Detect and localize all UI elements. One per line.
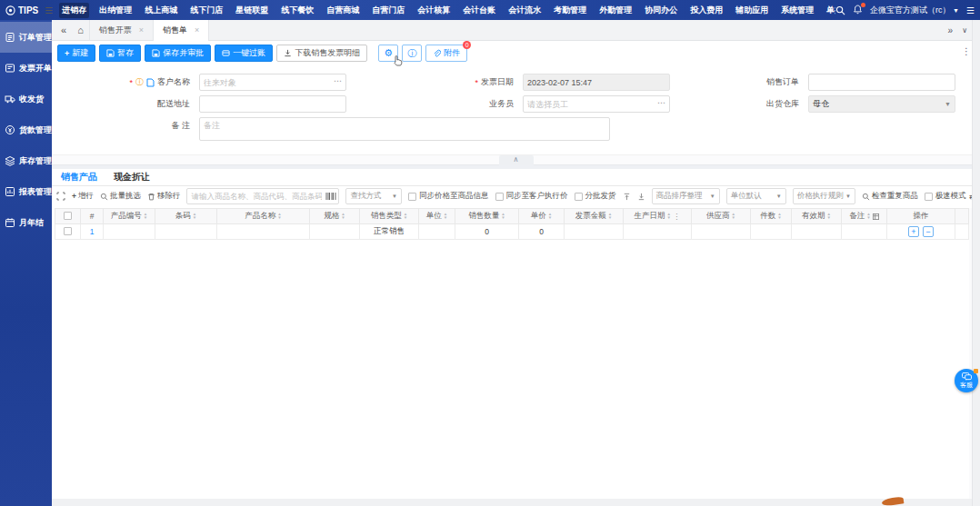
salesman-picker-icon[interactable]: ⋯ <box>657 98 666 107</box>
topnav-item[interactable]: 系统管理 <box>778 3 816 18</box>
hold-button[interactable]: 暂存 <box>99 45 141 62</box>
invoice-date-input[interactable] <box>523 74 670 91</box>
topnav-item[interactable]: 自营商城 <box>324 3 362 18</box>
topnav-item[interactable]: 协同办公 <box>642 3 680 18</box>
sidebar-item-invoice-billing[interactable]: 发票开单 <box>0 53 52 84</box>
warehouse-select[interactable]: 母仓 ▼ <box>808 95 955 113</box>
col-header-expiry[interactable]: 有效期▲▼ <box>792 209 842 224</box>
cell-qty[interactable]: 0 <box>455 224 519 240</box>
col-header-production-date[interactable]: 生产日期▲▼⋮ <box>624 209 692 224</box>
sort-manage-select[interactable]: 商品排序整理▼ <box>652 188 720 204</box>
customer-input[interactable] <box>199 74 346 91</box>
col-header-spec[interactable]: 规格▲▼ <box>310 209 360 224</box>
fullscreen-icon[interactable] <box>56 192 65 201</box>
cell-product-code[interactable] <box>104 224 155 240</box>
sales-order-input[interactable] <box>808 74 955 91</box>
sort-icon[interactable]: ▲▼ <box>667 213 671 220</box>
right-hamburger-icon[interactable]: ☰ <box>966 5 975 15</box>
move-bottom-icon[interactable] <box>637 193 645 201</box>
sort-icon[interactable]: ▲▼ <box>866 213 870 220</box>
sort-icon[interactable]: ▲▼ <box>827 213 831 220</box>
unit-default-select[interactable]: 单位默认▼ <box>726 188 786 204</box>
home-icon[interactable]: ⌂ <box>72 25 89 35</box>
column-menu-icon[interactable]: ⋮ <box>673 212 681 221</box>
sort-icon[interactable]: ▲▼ <box>732 213 735 220</box>
download-detail-button[interactable]: 下载销售发票明细 <box>276 45 367 62</box>
fast-mode-checkbox[interactable]: 极速模式⇄ <box>925 191 975 202</box>
sort-icon[interactable]: ▲▼ <box>608 213 612 220</box>
page-scrollbar[interactable] <box>972 20 980 506</box>
topnav-item[interactable]: 星链联盟 <box>233 3 271 18</box>
sort-icon[interactable]: ▲▼ <box>501 213 505 220</box>
collapse-left-icon[interactable]: « <box>55 25 72 35</box>
more-actions-icon[interactable]: ⋮ <box>962 46 971 56</box>
cell-invoice-amount[interactable] <box>565 224 624 240</box>
sort-icon[interactable]: ▲▼ <box>777 213 781 220</box>
col-header-remark[interactable]: 备注▲▼ <box>842 209 887 224</box>
cell-product-name[interactable] <box>217 224 310 240</box>
sort-icon[interactable]: ▲▼ <box>277 213 281 220</box>
topnav-item[interactable]: 会计台账 <box>460 3 498 18</box>
tab-sales-order[interactable]: 销售单 × <box>153 20 209 41</box>
topnav-item[interactable]: 出纳管理 <box>96 3 135 18</box>
sidebar-item-receive-ship[interactable]: 收发货 <box>0 84 52 114</box>
sidebar-item-report-management[interactable]: 报表管理 <box>0 176 52 207</box>
cell-unit[interactable] <box>419 224 455 240</box>
post-button[interactable]: 一键过账 <box>215 45 273 62</box>
topnav-item[interactable]: 投入费用 <box>687 3 725 18</box>
topnav-item[interactable]: 线下餐饮 <box>278 3 316 18</box>
close-icon[interactable]: × <box>139 25 144 35</box>
tab-sales-invoicing[interactable]: 销售开票 × <box>89 20 153 41</box>
notification-bell[interactable] <box>853 5 863 16</box>
cell-production-date[interactable] <box>624 224 692 240</box>
salesman-input[interactable] <box>523 95 670 113</box>
sort-icon[interactable]: ▲▼ <box>404 213 407 220</box>
topnav-item[interactable]: 会计流水 <box>505 3 544 18</box>
cell-pieces[interactable] <box>751 224 792 240</box>
col-header-pieces[interactable]: 件数▲▼ <box>751 209 792 224</box>
remove-row-button[interactable]: 移除行 <box>147 191 181 202</box>
add-row-button[interactable]: +增行 <box>72 191 94 202</box>
topnav-item[interactable]: 外勤管理 <box>596 3 635 18</box>
sidebar-item-inventory-management[interactable]: 库存管理 <box>0 145 52 176</box>
cell-supplier[interactable] <box>692 224 751 240</box>
scroll-right-icon[interactable]: » <box>948 25 954 35</box>
col-header-unit[interactable]: 单位▲▼ <box>419 209 455 224</box>
sidebar-item-order-management[interactable]: 订单管理 <box>0 22 52 53</box>
cell-spec[interactable] <box>310 224 360 240</box>
sort-icon[interactable]: ▲▼ <box>548 213 552 220</box>
row-remove-button[interactable]: − <box>923 226 934 237</box>
save-approve-button[interactable]: 保存并审批 <box>145 45 211 62</box>
close-icon[interactable]: × <box>195 25 199 35</box>
row-add-button[interactable]: + <box>908 226 919 237</box>
select-all-checkbox[interactable] <box>64 212 72 220</box>
sort-icon[interactable]: ▲▼ <box>444 213 447 220</box>
search-icon[interactable] <box>835 5 845 15</box>
move-top-icon[interactable] <box>623 193 631 201</box>
sync-customer-checkbox[interactable]: 同步至客户执行价 <box>495 191 568 202</box>
sidebar-item-payment-management[interactable]: 货款管理 <box>0 114 52 145</box>
sort-icon[interactable]: ▲▼ <box>144 213 147 220</box>
find-mode-select[interactable]: 查找方式▼ <box>345 188 402 204</box>
check-duplicate-button[interactable]: 检查重复商品 <box>862 191 918 202</box>
topnav-item[interactable]: 自营门店 <box>369 3 407 18</box>
cell-barcode[interactable] <box>155 224 217 240</box>
customer-doc-icon[interactable] <box>146 78 155 87</box>
info-button[interactable]: ⓘ <box>402 45 422 62</box>
customer-service-button[interactable]: 客服 <box>955 369 978 392</box>
settings-button[interactable]: ⚙ <box>378 45 398 62</box>
info-circle-icon[interactable]: ⓘ <box>135 76 144 88</box>
col-header-qty[interactable]: 销售数量▲▼ <box>455 209 519 224</box>
address-input[interactable] <box>199 95 346 113</box>
collapse-form-button[interactable]: ∧ <box>499 155 534 165</box>
cell-sale-type[interactable]: 正常销售 <box>360 224 419 240</box>
product-search-input[interactable] <box>186 188 339 204</box>
col-header-sale-type[interactable]: 销售类型▲▼ <box>360 209 419 224</box>
chevron-down-icon[interactable]: ∨ <box>962 26 967 35</box>
customer-picker-icon[interactable]: ⋯ <box>334 76 343 85</box>
col-header-supplier[interactable]: 供应商▲▼ <box>692 209 751 224</box>
remark-textarea[interactable] <box>199 117 610 141</box>
col-header-price[interactable]: 单价▲▼ <box>519 209 565 224</box>
topnav-item[interactable]: 考勤管理 <box>551 3 589 18</box>
topnav-item[interactable]: 单据中心 <box>824 3 835 18</box>
